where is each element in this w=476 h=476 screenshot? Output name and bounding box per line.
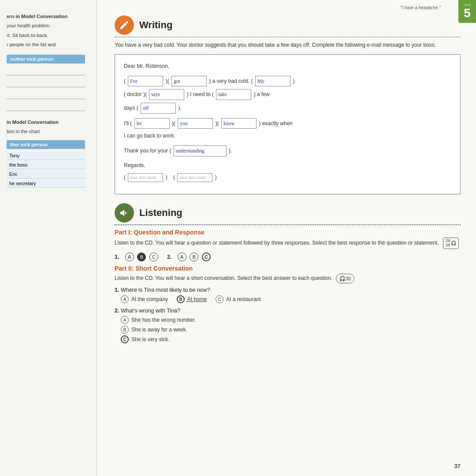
speaker-svg bbox=[119, 208, 130, 218]
unit-number: 5 bbox=[464, 7, 471, 19]
p2q1-opt-B[interactable]: B At home bbox=[177, 295, 207, 303]
line2-end: ) a few bbox=[254, 91, 270, 97]
left-input-2[interactable] bbox=[7, 78, 85, 87]
unit-subtitle: "I have a headache." bbox=[400, 5, 441, 10]
email-line-6: Thank you for your ( understanding ). bbox=[124, 145, 451, 156]
listening-header: Listening bbox=[115, 203, 461, 223]
part2-q2: 2. What's wrong with Tina? A She has the… bbox=[115, 308, 461, 343]
p2q2-opt-C[interactable]: C She is very sick. bbox=[121, 335, 461, 343]
line4-mid2: )( bbox=[216, 120, 220, 126]
part2-instruction: Listen to the CD. You will hear a short … bbox=[115, 274, 461, 284]
line1-text: ( bbox=[124, 78, 127, 84]
writing-section: Writing You have a very bad cold. Your d… bbox=[115, 15, 461, 194]
left-input-4[interactable] bbox=[7, 102, 85, 111]
q1-opt-A[interactable]: A bbox=[125, 253, 134, 261]
email-line-1: ( I've )( got ) a very bad cold. ( My ) bbox=[124, 76, 451, 87]
email-line-5: I can go back to work. bbox=[124, 131, 451, 141]
part2-q1-answers: A At the company B At home C At a restau… bbox=[115, 295, 461, 303]
email-box: Dear Mr. Robinson, ( I've )( got ) a ver… bbox=[115, 54, 461, 194]
email-para-1: ( I've )( got ) a very bad cold. ( My ) … bbox=[124, 76, 451, 114]
p2q2-opt-B[interactable]: B She is away for a week. bbox=[121, 326, 461, 334]
left-text-5: in Model Conversation bbox=[7, 119, 85, 126]
email-line-4: I'll ( let )( you )( know ) exactly when bbox=[124, 118, 451, 129]
line4-mid1: )( bbox=[172, 120, 177, 126]
pencil-svg bbox=[119, 20, 130, 30]
email-line-2: ( doctor )( says ) I need to ( take ) a … bbox=[124, 89, 451, 100]
q2-opt-A[interactable]: A bbox=[178, 253, 186, 261]
sig-open1: ( bbox=[124, 174, 127, 180]
p2q2-opt-A[interactable]: A She has the wrong number. bbox=[121, 316, 461, 324]
q1-opt-C[interactable]: C bbox=[149, 253, 158, 261]
p2q1-A-circle: A bbox=[121, 295, 129, 303]
p2q2-B-circle: B bbox=[121, 326, 129, 334]
writing-title: Writing bbox=[139, 19, 172, 31]
q2-opt-B[interactable]: B bbox=[190, 253, 198, 261]
line2-text: ( doctor )( bbox=[124, 91, 148, 97]
left-header-3: ther sick person bbox=[7, 140, 85, 149]
list-item-3: Eric bbox=[7, 170, 85, 178]
line4-text: I'll ( bbox=[124, 120, 134, 126]
line2-mid: ) I need to ( bbox=[187, 91, 216, 97]
writing-instruction: You have a very bad cold. Your doctor su… bbox=[115, 41, 461, 49]
writing-header: Writing bbox=[115, 15, 461, 35]
part2-q1: 1. Where is Tina most likely to be now? … bbox=[115, 287, 461, 303]
unit-badge: Unit 5 bbox=[458, 0, 476, 23]
blank-lastname[interactable]: your last name bbox=[177, 173, 212, 182]
blank-you[interactable]: you bbox=[178, 118, 213, 129]
blank-got[interactable]: got bbox=[171, 76, 207, 87]
email-para-3: Thank you for your ( understanding ). bbox=[124, 145, 451, 156]
part2-q2-text: 2. What's wrong with Tina? bbox=[115, 308, 461, 314]
left-text-2: your health problem. bbox=[7, 22, 85, 29]
blank-off[interactable]: off bbox=[141, 103, 176, 114]
part2-header: Part II: Short Conversation bbox=[115, 265, 461, 272]
p2q1-opt-C[interactable]: C At a restaurant bbox=[216, 295, 260, 303]
list-item-2: the boss bbox=[7, 161, 85, 169]
left-input-3[interactable] bbox=[7, 90, 85, 99]
listening-icon bbox=[115, 203, 134, 223]
regards-line: Regards, bbox=[124, 161, 451, 171]
blank-my[interactable]: My bbox=[255, 76, 290, 87]
left-text-6: tion in the chart bbox=[7, 128, 85, 135]
p2q1-C-circle: C bbox=[216, 295, 223, 303]
left-input-1[interactable] bbox=[7, 67, 85, 75]
blank-says[interactable]: says bbox=[149, 89, 184, 100]
left-header-1: nother sick person bbox=[7, 55, 85, 63]
blank-take[interactable]: take bbox=[216, 89, 251, 100]
blank-let[interactable]: let bbox=[134, 118, 170, 129]
line1-mid: )( bbox=[166, 78, 171, 84]
listening-divider bbox=[115, 224, 461, 225]
line6-end: ). bbox=[229, 147, 232, 153]
q2-opt-C[interactable]: C bbox=[202, 253, 211, 261]
line1-close: ) bbox=[293, 78, 294, 84]
email-regards: Regards, ( your first name ) ( your last… bbox=[124, 161, 451, 182]
part1-questions: 1. A B C 2. A B C bbox=[115, 253, 461, 261]
cd-headphone-badge: 🎧 30 bbox=[336, 274, 354, 284]
blank-ive[interactable]: I've bbox=[128, 76, 163, 87]
listening-title: Listening bbox=[139, 207, 182, 219]
sig-close: ) bbox=[215, 174, 217, 180]
blank-understanding[interactable]: understanding bbox=[174, 145, 227, 156]
cd-numbers: 28 29 bbox=[446, 239, 450, 248]
p2q2-A-circle: A bbox=[121, 316, 129, 324]
page-number: 37 bbox=[454, 463, 461, 469]
p2q1-opt-A[interactable]: A At the company bbox=[121, 295, 168, 303]
blank-know[interactable]: know bbox=[221, 118, 257, 129]
part1-header: Part I: Question and Response bbox=[115, 229, 461, 236]
q1-opt-B[interactable]: B bbox=[137, 253, 146, 261]
left-text-1: ern in Model Conversation bbox=[7, 13, 85, 20]
p2q1-B-circle: B bbox=[177, 295, 185, 303]
blank-firstname[interactable]: your first name bbox=[128, 173, 163, 182]
list-item-1: Tony bbox=[7, 152, 85, 160]
left-text-4: r people on the list and bbox=[7, 41, 85, 48]
part2-q1-text: 1. Where is Tina most likely to be now? bbox=[115, 287, 461, 293]
headphone-icon-2: 🎧 bbox=[339, 275, 346, 283]
line1-end: ) a very bad cold. ( bbox=[209, 78, 254, 84]
email-para-2: I'll ( let )( you )( know ) exactly when… bbox=[124, 118, 451, 141]
line4-end: ) exactly when bbox=[259, 120, 293, 126]
email-salutation: Dear Mr. Robinson, bbox=[124, 62, 451, 71]
email-line-3: days ( off ). bbox=[124, 103, 451, 114]
writing-divider bbox=[115, 37, 461, 37]
line3-text: days ( bbox=[124, 104, 140, 111]
list-item-4: he secretary bbox=[7, 179, 85, 188]
part2-q2-answers: A She has the wrong number. B She is awa… bbox=[115, 316, 461, 343]
